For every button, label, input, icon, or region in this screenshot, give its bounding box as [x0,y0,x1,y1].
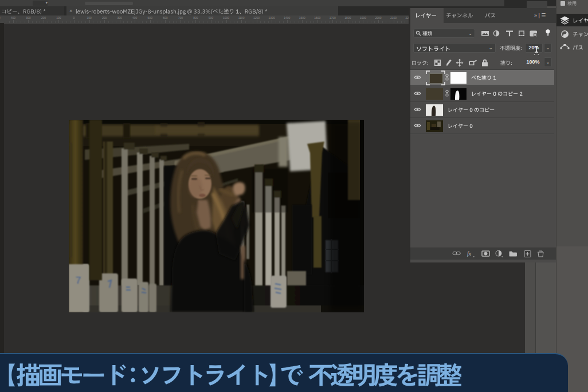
svg-text:fx: fx [467,250,472,257]
